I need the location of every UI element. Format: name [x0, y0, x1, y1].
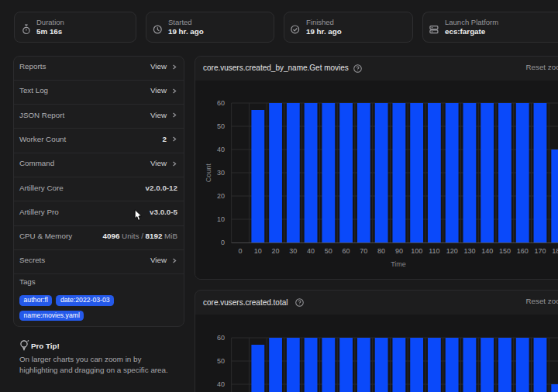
svg-text:170: 170 — [534, 247, 546, 255]
svg-text:130: 130 — [463, 247, 475, 255]
svg-text:30: 30 — [289, 247, 297, 255]
svg-text:120: 120 — [446, 247, 458, 255]
svg-text:0: 0 — [221, 239, 225, 246]
svg-text:Time: Time — [391, 260, 406, 268]
svg-text:90: 90 — [395, 247, 403, 255]
svg-text:10: 10 — [254, 247, 262, 255]
svg-text:80: 80 — [377, 247, 385, 255]
svg-text:50: 50 — [325, 247, 332, 255]
svg-text:40: 40 — [217, 146, 225, 153]
svg-text:40: 40 — [307, 247, 315, 255]
svg-text:50: 50 — [217, 357, 225, 365]
svg-text:20: 20 — [217, 192, 225, 200]
svg-text:100: 100 — [411, 247, 422, 255]
svg-text:60: 60 — [217, 334, 225, 342]
svg-text:Count: Count — [205, 163, 212, 183]
svg-text:60: 60 — [217, 99, 225, 107]
svg-text:110: 110 — [429, 247, 439, 255]
svg-text:40: 40 — [217, 380, 225, 388]
svg-text:10: 10 — [217, 215, 225, 223]
svg-text:30: 30 — [217, 169, 225, 177]
svg-text:150: 150 — [499, 247, 511, 255]
svg-text:20: 20 — [272, 247, 280, 255]
svg-text:50: 50 — [217, 122, 225, 130]
svg-text:140: 140 — [481, 247, 493, 255]
svg-text:180: 180 — [552, 247, 558, 255]
svg-text:0: 0 — [239, 247, 243, 255]
svg-text:60: 60 — [343, 247, 350, 255]
svg-text:160: 160 — [517, 247, 529, 255]
svg-text:70: 70 — [360, 247, 367, 255]
